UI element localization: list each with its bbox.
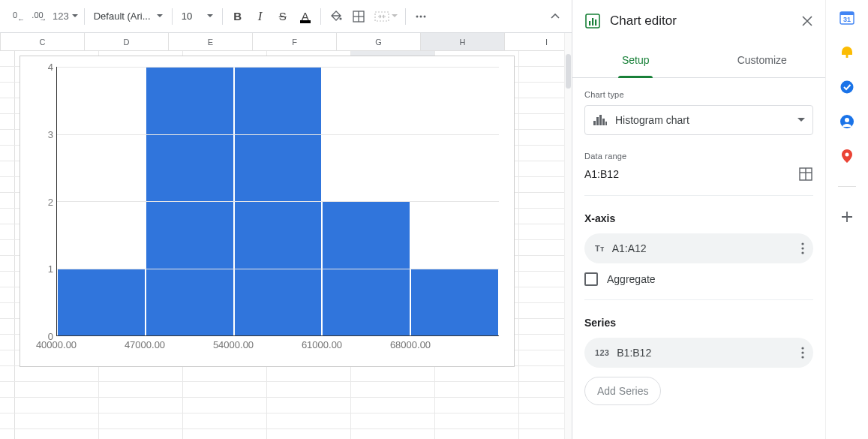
spreadsheet-grid[interactable]: CDEFGHI 01234 40000.0047000.0054000.0061… (0, 33, 572, 439)
aggregate-checkbox[interactable] (584, 272, 598, 286)
svg-rect-16 (605, 122, 607, 125)
column-header[interactable]: H (421, 33, 505, 50)
bold-button[interactable]: B (227, 6, 248, 27)
x-axis: 40000.0047000.0054000.0061000.0068000.00 (56, 339, 499, 354)
embedded-chart[interactable]: 01234 40000.0047000.0054000.0061000.0068… (20, 56, 515, 367)
formatting-toolbar: 0 ← .00 → 123 Default (Ari... (0, 0, 572, 33)
svg-rect-15 (602, 119, 605, 125)
histogram-bar (411, 269, 498, 336)
keep-icon[interactable] (839, 45, 854, 60)
y-tick-label: 2 (48, 196, 53, 207)
y-axis: 01234 (31, 67, 56, 336)
svg-point-21 (801, 247, 803, 249)
svg-rect-29 (846, 55, 848, 58)
column-headers: CDEFGHI (0, 33, 564, 51)
svg-point-5 (416, 15, 418, 17)
y-tick-label: 3 (48, 128, 53, 140)
x-tick-label: 54000.00 (213, 339, 254, 350)
xaxis-range-value: A1:A12 (612, 242, 791, 254)
more-toolbar-button[interactable] (410, 6, 431, 27)
column-header[interactable]: G (337, 33, 421, 50)
x-tick-label: 40000.00 (36, 339, 77, 350)
column-header[interactable]: D (85, 33, 169, 50)
borders-button[interactable] (348, 6, 369, 27)
contacts-icon[interactable] (839, 114, 854, 129)
series-range-chip[interactable]: 123 B1:B12 (584, 338, 813, 368)
chart-editor-title: Chart editor (610, 14, 792, 29)
svg-point-25 (801, 356, 803, 358)
strikethrough-button[interactable]: S (272, 6, 293, 27)
svg-rect-12 (593, 121, 596, 125)
chevron-down-icon (207, 14, 213, 18)
number-type-icon: 123 (595, 348, 609, 357)
svg-rect-4 (375, 12, 389, 21)
merge-cells-button[interactable] (371, 6, 401, 27)
more-formats-button[interactable]: 123 (50, 6, 80, 27)
vertical-scrollbar[interactable] (564, 33, 572, 439)
column-header[interactable]: F (253, 33, 337, 50)
add-series-button[interactable]: Add Series (584, 377, 661, 405)
svg-rect-11 (595, 20, 596, 26)
tab-customize[interactable]: Customize (699, 42, 826, 77)
svg-point-20 (801, 242, 803, 245)
column-header[interactable]: I (505, 33, 572, 50)
svg-point-30 (841, 81, 854, 94)
chart-type-select[interactable]: Histogram chart (584, 105, 813, 135)
collapse-toolbar-button[interactable] (546, 6, 567, 27)
histogram-icon (593, 113, 608, 127)
xaxis-section-title: X-axis (584, 212, 813, 224)
chart-type-value: Histogram chart (615, 114, 790, 126)
close-button[interactable] (801, 15, 813, 27)
svg-point-23 (801, 347, 803, 349)
text-color-button[interactable]: A (295, 6, 316, 27)
xaxis-range-chip[interactable]: Tт A1:A12 (584, 233, 813, 263)
add-addon-button[interactable] (839, 209, 854, 224)
font-family-select[interactable]: Default (Ari... (89, 6, 167, 27)
svg-rect-9 (589, 21, 590, 26)
text-type-icon: Tт (595, 244, 605, 253)
increase-decimal-button[interactable]: .00 → (27, 6, 48, 27)
series-options-button[interactable] (798, 344, 807, 362)
fill-color-button[interactable] (326, 6, 347, 27)
chart-editor-icon (584, 13, 601, 29)
series-section-title: Series (584, 317, 813, 329)
side-panel-rail: 31 (826, 0, 868, 439)
svg-point-24 (801, 351, 803, 353)
tasks-icon[interactable] (839, 80, 854, 95)
chevron-down-icon (157, 14, 163, 18)
svg-point-6 (419, 15, 422, 17)
italic-button[interactable]: I (250, 6, 271, 27)
tab-setup[interactable]: Setup (572, 42, 699, 77)
chevron-down-icon (72, 14, 78, 18)
series-range-value: B1:B12 (617, 347, 791, 359)
chart-editor-panel: Chart editor Setup Customize Chart type … (572, 0, 826, 439)
maps-icon[interactable] (839, 149, 854, 164)
font-size-select[interactable]: 10 (177, 6, 218, 27)
svg-point-33 (845, 153, 849, 157)
histogram-bar (58, 269, 145, 336)
svg-rect-10 (592, 18, 593, 26)
svg-point-7 (423, 15, 425, 17)
chevron-down-icon (392, 14, 398, 18)
decrease-decimal-button[interactable]: 0 ← (5, 6, 26, 27)
y-tick-label: 1 (48, 263, 53, 275)
svg-rect-27 (840, 12, 854, 15)
svg-point-0 (339, 17, 341, 20)
plot-area (56, 67, 499, 336)
svg-point-22 (801, 251, 803, 254)
x-tick-label: 61000.00 (302, 339, 342, 350)
column-header[interactable]: C (1, 33, 85, 50)
chart-type-label: Chart type (584, 90, 813, 99)
select-range-button[interactable] (798, 167, 813, 182)
aggregate-label: Aggregate (607, 273, 656, 285)
chevron-down-icon (797, 118, 805, 122)
data-range-label: Data range (584, 152, 813, 161)
svg-text:31: 31 (843, 16, 851, 23)
x-tick-label: 68000.00 (390, 339, 431, 350)
svg-point-32 (845, 118, 849, 122)
calendar-icon[interactable]: 31 (839, 11, 854, 26)
column-header[interactable]: E (169, 33, 253, 50)
svg-rect-14 (599, 115, 602, 125)
y-tick-label: 4 (48, 62, 53, 73)
xaxis-options-button[interactable] (798, 239, 807, 257)
